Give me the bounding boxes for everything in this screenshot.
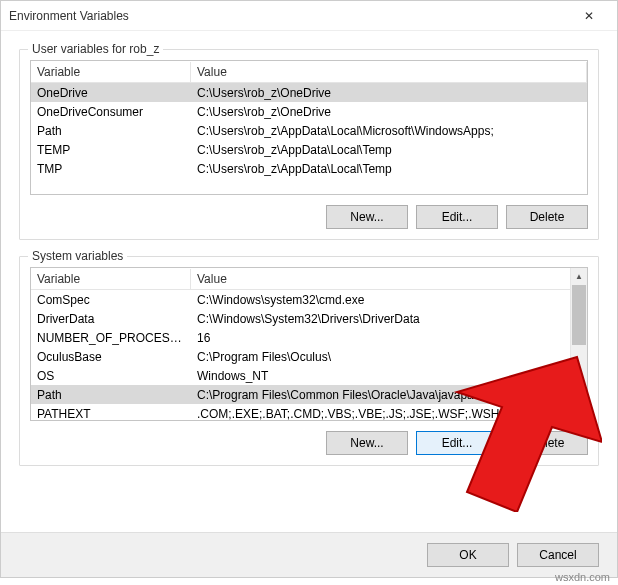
- cell-value: C:\Users\rob_z\OneDrive: [191, 84, 587, 102]
- scrollbar[interactable]: ▲ ▼: [570, 268, 587, 420]
- cell-value: Windows_NT: [191, 367, 570, 385]
- system-variables-label: System variables: [28, 249, 127, 263]
- list-header[interactable]: Variable Value: [31, 268, 587, 290]
- table-row[interactable]: TEMP C:\Users\rob_z\AppData\Local\Temp: [31, 140, 587, 159]
- system-new-button[interactable]: New...: [326, 431, 408, 455]
- cell-value: C:\Windows\System32\Drivers\DriverData: [191, 310, 570, 328]
- cell-variable: TMP: [31, 160, 191, 178]
- user-variables-group: User variables for rob_z Variable Value …: [19, 49, 599, 240]
- system-variables-list[interactable]: Variable Value ComSpec C:\Windows\system…: [30, 267, 588, 421]
- scroll-thumb[interactable]: [572, 285, 586, 345]
- user-new-button[interactable]: New...: [326, 205, 408, 229]
- table-row[interactable]: Path C:\Users\rob_z\AppData\Local\Micros…: [31, 121, 587, 140]
- close-icon: ✕: [584, 9, 594, 23]
- user-variables-list[interactable]: Variable Value OneDrive C:\Users\rob_z\O…: [30, 60, 588, 195]
- column-header-value[interactable]: Value: [191, 269, 587, 289]
- cell-variable: Path: [31, 386, 191, 404]
- cell-value: 16: [191, 329, 570, 347]
- cell-variable: OS: [31, 367, 191, 385]
- cancel-button[interactable]: Cancel: [517, 543, 599, 567]
- cell-variable: TEMP: [31, 141, 191, 159]
- cell-value: C:\Users\rob_z\AppData\Local\Microsoft\W…: [191, 122, 587, 140]
- table-row[interactable]: NUMBER_OF_PROCESSORS 16: [31, 328, 570, 347]
- dialog-button-bar: OK Cancel: [1, 532, 617, 577]
- column-header-value[interactable]: Value: [191, 62, 587, 82]
- table-row[interactable]: TMP C:\Users\rob_z\AppData\Local\Temp: [31, 159, 587, 178]
- cell-value: C:\Windows\system32\cmd.exe: [191, 291, 570, 309]
- system-delete-button[interactable]: Delete: [506, 431, 588, 455]
- cell-variable: OneDriveConsumer: [31, 103, 191, 121]
- cell-variable: Path: [31, 122, 191, 140]
- column-header-variable[interactable]: Variable: [31, 62, 191, 82]
- cell-variable: OneDrive: [31, 84, 191, 102]
- env-vars-dialog: Environment Variables ✕ User variables f…: [0, 0, 618, 578]
- table-row[interactable]: OneDrive C:\Users\rob_z\OneDrive: [31, 83, 587, 102]
- cell-variable: DriverData: [31, 310, 191, 328]
- cell-value: C:\Users\rob_z\AppData\Local\Temp: [191, 160, 587, 178]
- table-row[interactable]: DriverData C:\Windows\System32\Drivers\D…: [31, 309, 570, 328]
- system-button-row: New... Edit... Delete: [30, 431, 588, 455]
- table-row[interactable]: ComSpec C:\Windows\system32\cmd.exe: [31, 290, 570, 309]
- cell-value: C:\Program Files\Common Files\Oracle\Jav…: [191, 386, 570, 404]
- user-button-row: New... Edit... Delete: [30, 205, 588, 229]
- scroll-up-icon[interactable]: ▲: [571, 268, 587, 285]
- table-row[interactable]: OS Windows_NT: [31, 366, 570, 385]
- ok-button[interactable]: OK: [427, 543, 509, 567]
- list-header[interactable]: Variable Value: [31, 61, 587, 83]
- cell-variable: ComSpec: [31, 291, 191, 309]
- cell-value: C:\Program Files\Oculus\: [191, 348, 570, 366]
- user-delete-button[interactable]: Delete: [506, 205, 588, 229]
- user-variables-label: User variables for rob_z: [28, 42, 163, 56]
- cell-variable: OculusBase: [31, 348, 191, 366]
- cell-value: .COM;.EXE;.BAT;.CMD;.VBS;.VBE;.JS;.JSE;.…: [191, 405, 570, 423]
- scroll-track[interactable]: [571, 285, 587, 403]
- scroll-down-icon[interactable]: ▼: [571, 403, 587, 420]
- cell-variable: NUMBER_OF_PROCESSORS: [31, 329, 191, 347]
- cell-value: C:\Users\rob_z\AppData\Local\Temp: [191, 141, 587, 159]
- close-button[interactable]: ✕: [569, 2, 609, 30]
- window-title: Environment Variables: [9, 9, 569, 23]
- system-variables-group: System variables Variable Value ComSpec …: [19, 256, 599, 466]
- client-area: User variables for rob_z Variable Value …: [1, 31, 617, 532]
- list-body: OneDrive C:\Users\rob_z\OneDrive OneDriv…: [31, 83, 587, 178]
- watermark: wsxdn.com: [555, 571, 610, 583]
- list-body: ComSpec C:\Windows\system32\cmd.exe Driv…: [31, 290, 587, 423]
- titlebar: Environment Variables ✕: [1, 1, 617, 31]
- cell-variable: PATHEXT: [31, 405, 191, 423]
- table-row[interactable]: Path C:\Program Files\Common Files\Oracl…: [31, 385, 570, 404]
- cell-value: C:\Users\rob_z\OneDrive: [191, 103, 587, 121]
- table-row[interactable]: OneDriveConsumer C:\Users\rob_z\OneDrive: [31, 102, 587, 121]
- column-header-variable[interactable]: Variable: [31, 269, 191, 289]
- system-edit-button[interactable]: Edit...: [416, 431, 498, 455]
- user-edit-button[interactable]: Edit...: [416, 205, 498, 229]
- table-row[interactable]: PATHEXT .COM;.EXE;.BAT;.CMD;.VBS;.VBE;.J…: [31, 404, 570, 423]
- table-row[interactable]: OculusBase C:\Program Files\Oculus\: [31, 347, 570, 366]
